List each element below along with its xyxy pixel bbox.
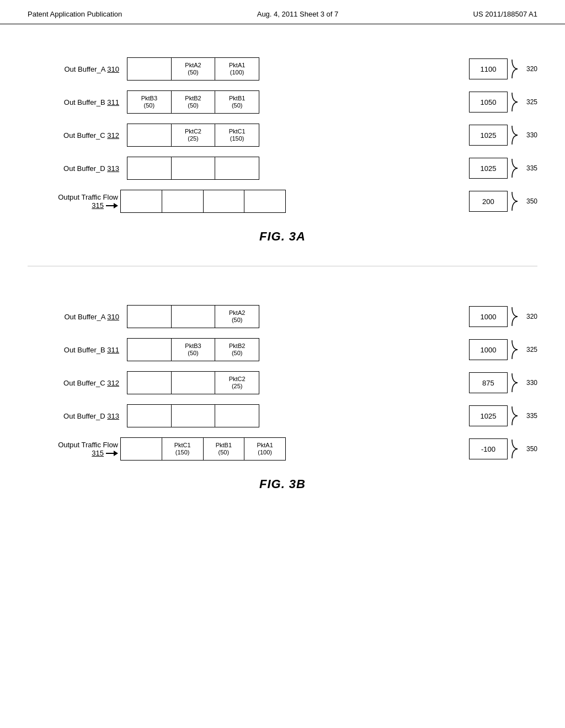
b3b-rv-335: 1025 335 bbox=[469, 404, 537, 427]
b3b-otf-cell3: PktA1(100) bbox=[244, 438, 285, 460]
val-320: 1100 bbox=[469, 58, 508, 79]
b3b-a-queue: PktA2(50) bbox=[127, 305, 259, 328]
otf-cell1 bbox=[162, 190, 203, 212]
b3b-otf-arrow-row: 315 bbox=[92, 449, 118, 457]
fig3b-right-values: 1000 320 1000 325 875 330 bbox=[469, 305, 537, 461]
ref-330: 330 bbox=[526, 131, 537, 139]
b3b-a-row: Out Buffer_A 310 PktA2(50) bbox=[39, 305, 447, 328]
bracket-350 bbox=[510, 190, 525, 213]
b3b-val-320: 1000 bbox=[469, 306, 508, 327]
otf-row: Output Traffic Flow 315 bbox=[39, 190, 447, 213]
b3b-cell-a0 bbox=[127, 306, 171, 328]
bracket-325 bbox=[510, 90, 525, 114]
val-350: 200 bbox=[469, 191, 508, 212]
b3b-d-row: Out Buffer_D 313 bbox=[39, 404, 447, 427]
cell-c2: PktC1(150) bbox=[215, 124, 259, 146]
b3b-a-ref: 310 bbox=[107, 313, 119, 321]
b3b-val-350: -100 bbox=[469, 438, 508, 459]
b3b-val-330: 875 bbox=[469, 372, 508, 393]
buffer-d-label: Out Buffer_D 313 bbox=[39, 164, 127, 173]
b3b-val-335: 1025 bbox=[469, 405, 508, 426]
b3b-cell-d2 bbox=[215, 405, 259, 427]
otf-queue bbox=[120, 190, 286, 213]
b3b-cell-a2: PktA2(50) bbox=[215, 306, 259, 328]
fig3a-buffer-area: Out Buffer_A 310 PktA2(50) PktA1(100) Ou… bbox=[39, 57, 447, 213]
fig3b-buffers: Out Buffer_A 310 PktA2(50) Out Buffer_B … bbox=[28, 305, 447, 461]
otf-cell0 bbox=[121, 190, 162, 212]
b3b-d-label: Out Buffer_D 313 bbox=[39, 412, 127, 420]
section-divider bbox=[28, 266, 537, 266]
ref-350: 350 bbox=[526, 197, 537, 205]
b3b-otf-arrow bbox=[106, 451, 118, 456]
buffer-d-ref: 313 bbox=[107, 164, 119, 173]
cell-d0 bbox=[127, 157, 171, 179]
buffer-c-ref: 312 bbox=[107, 131, 119, 140]
b3b-cell-c0 bbox=[127, 372, 171, 394]
b3b-c-queue: PktC2(25) bbox=[127, 371, 259, 394]
b3b-ref-350: 350 bbox=[526, 445, 537, 453]
b3b-a-label: Out Buffer_A 310 bbox=[39, 313, 127, 321]
b3b-ref-330: 330 bbox=[526, 379, 537, 387]
b3b-c-ref: 312 bbox=[107, 379, 119, 387]
otf-cell3 bbox=[244, 190, 285, 212]
otf-arrow-row: 315 bbox=[92, 201, 118, 210]
fig3b-buffer-area: Out Buffer_A 310 PktA2(50) Out Buffer_B … bbox=[39, 305, 447, 461]
rv-350: 200 350 bbox=[469, 190, 537, 213]
b3b-otf-cell0 bbox=[121, 438, 162, 460]
val-325: 1050 bbox=[469, 92, 508, 113]
fig3a-section: Out Buffer_A 310 PktA2(50) PktA1(100) Ou… bbox=[0, 24, 565, 260]
fig3a-caption: FIG. 3A bbox=[28, 229, 537, 244]
b3b-ref-335: 335 bbox=[526, 412, 537, 420]
b3b-b-label: Out Buffer_B 311 bbox=[39, 346, 127, 354]
bracket-320 bbox=[510, 57, 525, 81]
buffer-d-row: Out Buffer_D 313 bbox=[39, 157, 447, 180]
bracket-330 bbox=[510, 124, 525, 147]
cell-a1: PktA2(50) bbox=[171, 58, 215, 80]
b3b-bracket-330 bbox=[510, 371, 525, 394]
page-header: Patent Application Publication Aug. 4, 2… bbox=[0, 0, 565, 24]
cell-d1 bbox=[171, 157, 215, 179]
val-330: 1025 bbox=[469, 125, 508, 146]
cell-b2: PktB1(50) bbox=[215, 91, 259, 113]
b3b-cell-b1: PktB3(50) bbox=[171, 339, 215, 361]
buffer-c-row: Out Buffer_C 312 PktC2(25) PktC1(150) bbox=[39, 124, 447, 147]
bracket-335 bbox=[510, 157, 525, 180]
rv-330: 1025 330 bbox=[469, 124, 537, 147]
b3b-otf-cell1: PktC1(150) bbox=[162, 438, 203, 460]
b3b-val-325: 1000 bbox=[469, 339, 508, 360]
buffer-b-ref: 311 bbox=[107, 98, 119, 106]
b3b-rv-330: 875 330 bbox=[469, 371, 537, 394]
fig3b-caption: FIG. 3B bbox=[28, 477, 537, 491]
b3b-cell-c1 bbox=[171, 372, 215, 394]
b3b-otf-label: Output Traffic Flow 315 bbox=[39, 441, 120, 457]
b3b-c-row: Out Buffer_C 312 PktC2(25) bbox=[39, 371, 447, 394]
b3b-otf-queue: PktC1(150) PktB1(50) PktA1(100) bbox=[120, 437, 286, 461]
rv-335: 1025 335 bbox=[469, 157, 537, 180]
b3b-cell-a1 bbox=[171, 306, 215, 328]
b3b-rv-320: 1000 320 bbox=[469, 305, 537, 328]
b3b-b-queue: PktB3(50) PktB2(50) bbox=[127, 338, 259, 361]
buffer-a-ref: 310 bbox=[107, 65, 119, 73]
otf-ref: 315 bbox=[92, 201, 104, 210]
otf-label: Output Traffic Flow 315 bbox=[39, 193, 120, 210]
cell-a2: PktA1(100) bbox=[215, 58, 259, 80]
b3b-rv-350: -100 350 bbox=[469, 437, 537, 461]
b3b-ref-320: 320 bbox=[526, 313, 537, 320]
b3b-otf-cell2: PktB1(50) bbox=[203, 438, 244, 460]
b3b-bracket-335 bbox=[510, 404, 525, 427]
b3b-d-queue bbox=[127, 404, 259, 427]
b3b-b-ref: 311 bbox=[107, 346, 119, 354]
cell-d2 bbox=[215, 157, 259, 179]
fig3a-diagram: Out Buffer_A 310 PktA2(50) PktA1(100) Ou… bbox=[28, 57, 537, 213]
b3b-ref-325: 325 bbox=[526, 346, 537, 354]
buffer-c-label: Out Buffer_C 312 bbox=[39, 131, 127, 140]
ref-335: 335 bbox=[526, 164, 537, 172]
b3b-cell-c2: PktC2(25) bbox=[215, 372, 259, 394]
fig3b-diagram: Out Buffer_A 310 PktA2(50) Out Buffer_B … bbox=[28, 305, 537, 461]
cell-c1: PktC2(25) bbox=[171, 124, 215, 146]
fig3a-buffers: Out Buffer_A 310 PktA2(50) PktA1(100) Ou… bbox=[28, 57, 447, 213]
b3b-otf-row: Output Traffic Flow 315 PktC1(150) Pk bbox=[39, 437, 447, 461]
header-left: Patent Application Publication bbox=[28, 10, 122, 18]
b3b-bracket-350 bbox=[510, 437, 525, 461]
header-right: US 2011/188507 A1 bbox=[473, 10, 537, 18]
